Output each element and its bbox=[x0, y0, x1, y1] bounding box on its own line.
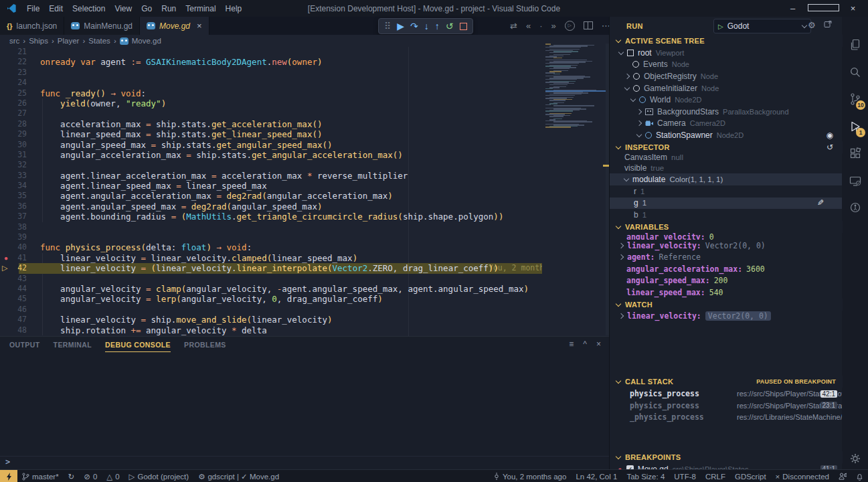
menu-terminal[interactable]: Terminal bbox=[181, 4, 220, 13]
code-line[interactable]: 43 bbox=[0, 274, 609, 284]
activity-run-and-debug[interactable]: 1 bbox=[842, 113, 868, 140]
gutter[interactable]: 39 bbox=[0, 232, 40, 242]
refresh-icon[interactable]: ↺ bbox=[827, 143, 833, 152]
variables-row-agent[interactable]: agent:Reference bbox=[610, 251, 843, 263]
step-back-icon[interactable]: « bbox=[526, 21, 531, 31]
run-circle-icon[interactable]: ▷ bbox=[565, 21, 575, 31]
variables-row-linear_speed_max[interactable]: linear_speed_max:540 bbox=[610, 287, 843, 299]
activity-godot-tools[interactable] bbox=[842, 194, 868, 221]
status-blame-status[interactable]: You, 2 months ago bbox=[489, 470, 571, 482]
gutter[interactable]: ●41 bbox=[0, 253, 40, 263]
gutter[interactable]: 21 bbox=[0, 47, 40, 57]
gutter[interactable]: 25 bbox=[0, 88, 40, 98]
close-button[interactable]: × bbox=[838, 3, 868, 13]
continue-icon[interactable]: ▶ bbox=[397, 21, 404, 31]
scene-tree-item[interactable]: EventsNode bbox=[610, 59, 843, 71]
variables-row-angular_acceleration_max[interactable]: angular_acceleration_max:3600 bbox=[610, 263, 843, 275]
activity-explorer[interactable] bbox=[842, 31, 868, 58]
code-line[interactable]: 24 bbox=[0, 78, 609, 88]
breadcrumb-item[interactable]: Ships bbox=[29, 37, 48, 45]
gutter[interactable]: 34 bbox=[0, 181, 40, 191]
gutter[interactable]: 40 bbox=[0, 242, 40, 252]
activity-manage[interactable] bbox=[842, 445, 868, 472]
reverse-continue-icon[interactable]: · bbox=[539, 21, 542, 31]
chevron-right-icon[interactable] bbox=[636, 120, 642, 126]
variables-row-linear_velocity[interactable]: linear_velocity:Vector2(0, 0) bbox=[610, 240, 843, 252]
maximize-button[interactable] bbox=[808, 3, 838, 13]
code-editor[interactable]: 2122onready var agent := GSAIKinematicBo… bbox=[0, 47, 609, 336]
code-line[interactable]: 30 angular_speed_max = ship.stats.get_an… bbox=[0, 140, 609, 150]
status-feedback[interactable] bbox=[834, 470, 851, 482]
stop-icon[interactable] bbox=[460, 23, 467, 30]
gutter[interactable]: 47 bbox=[0, 315, 40, 325]
gutter[interactable]: 46 bbox=[0, 305, 40, 315]
clear-console-icon[interactable]: ≡ bbox=[569, 339, 574, 349]
status-gdscript-status[interactable]: ⚙gdscript | ✓ Move.gd bbox=[193, 470, 284, 482]
activity-remote-explorer[interactable] bbox=[842, 167, 868, 194]
chevron-down-icon[interactable] bbox=[636, 132, 642, 137]
chevron-right-icon[interactable] bbox=[624, 74, 630, 79]
step-over-icon[interactable]: ↷ bbox=[410, 21, 418, 31]
chevron-right-icon[interactable] bbox=[618, 242, 624, 248]
code-line[interactable]: 44 angular_velocity = clamp(angular_velo… bbox=[0, 284, 609, 294]
grip-icon[interactable]: ⠿ bbox=[384, 21, 391, 31]
code-line[interactable]: 35 agent.angular_acceleration_max = deg2… bbox=[0, 191, 609, 201]
loop-icon[interactable]: ⇄ bbox=[510, 21, 517, 31]
gutter[interactable]: 32 bbox=[0, 160, 40, 170]
section-watch[interactable]: WATCH bbox=[610, 299, 843, 311]
section-breakpoints[interactable]: BREAKPOINTS bbox=[610, 451, 843, 463]
open-debug-console-icon[interactable] bbox=[824, 20, 833, 30]
menu-help[interactable]: Help bbox=[221, 4, 247, 13]
code-line[interactable]: 47 linear_velocity = ship.move_and_slide… bbox=[0, 315, 609, 325]
minimize-button[interactable]: – bbox=[778, 3, 808, 13]
gutter[interactable]: 44 bbox=[0, 284, 40, 294]
inspector-row-modulate[interactable]: modulateColor(1, 1, 1, 1) bbox=[610, 173, 843, 185]
code-line[interactable]: 22onready var agent := GSAIKinematicBody… bbox=[0, 57, 609, 67]
activity-extensions[interactable] bbox=[842, 140, 868, 167]
gear-icon[interactable]: ⚙ bbox=[808, 20, 816, 30]
code-line[interactable]: 34 agent.linear_speed_max = linear_speed… bbox=[0, 181, 609, 191]
panel-tab-problems[interactable]: PROBLEMS bbox=[184, 341, 226, 352]
status-eol[interactable]: CRLF bbox=[701, 470, 730, 482]
gutter[interactable]: 48 bbox=[0, 325, 40, 335]
menu-view[interactable]: View bbox=[110, 4, 137, 13]
menu-edit[interactable]: Edit bbox=[44, 4, 68, 13]
status-cursor-position[interactable]: Ln 42, Col 1 bbox=[571, 470, 622, 482]
scene-tree-item[interactable]: BackgroundStarsParallaxBackground bbox=[610, 106, 843, 118]
status-notifications[interactable] bbox=[851, 470, 868, 482]
breadcrumb-item[interactable]: States bbox=[88, 37, 110, 45]
status-remote-indicator[interactable] bbox=[0, 470, 17, 482]
section-variables[interactable]: VARIABLES bbox=[610, 221, 843, 233]
inspector-row-visible[interactable]: visibletrue bbox=[610, 162, 843, 174]
call-stack-frame[interactable]: physics_processres://src/Ships/Player/St… bbox=[610, 400, 843, 412]
gutter[interactable]: 37 bbox=[0, 212, 40, 222]
code-line[interactable]: 32 bbox=[0, 160, 609, 170]
tab-mainmenu-gd[interactable]: MainMenu.gd bbox=[64, 17, 140, 35]
variables-row-angular_speed_max[interactable]: angular_speed_max:200 bbox=[610, 275, 843, 287]
breadcrumb-item[interactable]: Player bbox=[58, 37, 80, 45]
code-line[interactable]: 40func physics_process(delta: float) → v… bbox=[0, 242, 609, 252]
maximize-panel-icon[interactable]: ^ bbox=[583, 339, 587, 349]
split-editor-icon[interactable] bbox=[584, 21, 593, 29]
gutter[interactable]: 33 bbox=[0, 171, 40, 181]
gutter[interactable]: 38 bbox=[0, 222, 40, 232]
code-line[interactable]: 33 agent.linear_acceleration_max = accel… bbox=[0, 171, 609, 181]
status-language-mode[interactable]: GDScript bbox=[730, 470, 771, 482]
step-forward-icon[interactable]: » bbox=[551, 21, 555, 31]
scene-tree-item[interactable]: GameInitializerNode bbox=[610, 82, 843, 94]
gutter[interactable]: 24 bbox=[0, 78, 40, 88]
minimap[interactable] bbox=[545, 44, 606, 128]
section-call-stack[interactable]: CALL STACKPAUSED ON BREAKPOINT bbox=[610, 376, 843, 388]
code-line[interactable]: 31 angular_acceleration_max = ship.stats… bbox=[0, 150, 609, 160]
panel-tab-debug-console[interactable]: DEBUG CONSOLE bbox=[105, 341, 171, 352]
code-line[interactable]: 29 linear_speed_max = ship.stats.get_lin… bbox=[0, 129, 609, 139]
code-line[interactable]: 23 bbox=[0, 68, 609, 78]
variables-row-angular_velocity[interactable]: angular_velocity:0 bbox=[610, 232, 843, 240]
status-git-branch[interactable]: master* bbox=[17, 470, 64, 482]
gutter[interactable]: 35 bbox=[0, 191, 40, 201]
inspector-row-r[interactable]: r1 bbox=[610, 185, 843, 197]
gutter[interactable]: 30 bbox=[0, 140, 40, 150]
tab-launch-json[interactable]: {}launch.json bbox=[0, 17, 64, 35]
menu-file[interactable]: File bbox=[22, 4, 44, 13]
watch-row-linear_velocity[interactable]: linear_velocity:Vector2(0, 0) bbox=[610, 311, 843, 323]
